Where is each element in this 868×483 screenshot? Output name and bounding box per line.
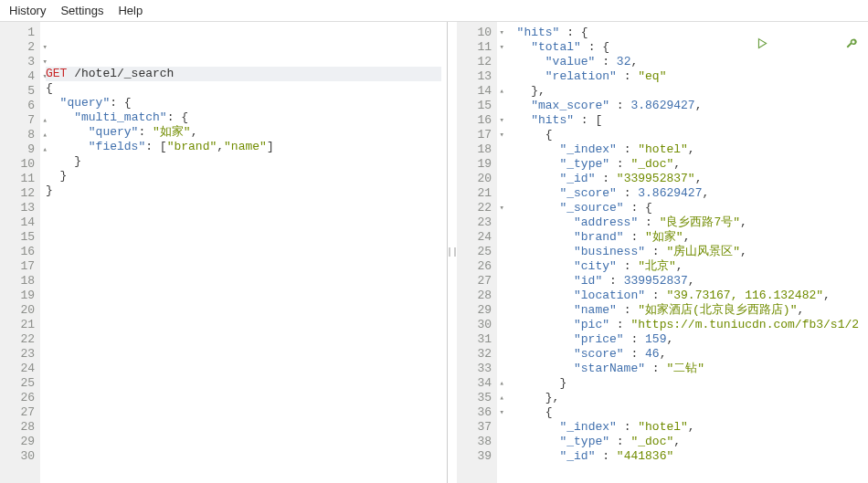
menu-history[interactable]: History <box>9 4 46 17</box>
line-number: 12 <box>0 186 35 201</box>
code-line[interactable]: "query": { <box>46 96 441 110</box>
line-number: 26 <box>457 259 492 274</box>
line-number: 13 <box>457 69 492 84</box>
code-line[interactable] <box>46 198 441 213</box>
request-editor[interactable]: 12▾3▾4▾567▴8▴9▴1011121314151617181920212… <box>0 22 448 483</box>
code-line[interactable] <box>46 388 441 403</box>
code-line[interactable]: { <box>503 128 863 142</box>
line-number: 34▴ <box>457 376 492 391</box>
line-number: 38 <box>457 435 492 449</box>
code-line[interactable] <box>46 300 441 315</box>
code-line[interactable]: "hits" : [ <box>503 113 863 128</box>
code-line[interactable]: "hits" : { <box>503 26 863 40</box>
line-number: 3▾ <box>0 55 35 69</box>
line-number: 15 <box>457 99 492 113</box>
line-number: 32 <box>457 347 492 362</box>
code-line[interactable]: "_id" : "441836" <box>503 449 863 464</box>
code-line[interactable]: "multi_match": { <box>46 110 441 125</box>
code-line[interactable] <box>46 242 441 257</box>
line-number: 22▾ <box>457 201 492 215</box>
code-line[interactable] <box>46 227 441 242</box>
line-number: 27 <box>457 274 492 289</box>
code-line[interactable] <box>46 373 441 388</box>
line-number: 36▾ <box>457 405 492 420</box>
line-number: 29 <box>457 303 492 318</box>
code-line[interactable]: "_type" : "_doc", <box>503 157 863 172</box>
line-number: 8▴ <box>0 128 35 142</box>
line-number: 31 <box>457 332 492 347</box>
code-line[interactable] <box>46 403 441 417</box>
code-line[interactable]: "address" : "良乡西路7号", <box>503 215 863 230</box>
code-line[interactable]: "brand" : "如家", <box>503 230 863 245</box>
line-number: 28 <box>0 420 35 435</box>
line-number: 18 <box>0 274 35 289</box>
code-line[interactable] <box>46 359 441 373</box>
code-line[interactable]: "_type" : "_doc", <box>503 435 863 449</box>
code-line[interactable] <box>46 330 441 344</box>
code-line[interactable]: "_source" : { <box>503 201 863 215</box>
code-line[interactable] <box>46 476 441 483</box>
code-line[interactable] <box>46 286 441 300</box>
code-line[interactable]: "query": "如家", <box>46 125 441 140</box>
code-line[interactable]: "relation" : "eq" <box>503 69 863 84</box>
code-line[interactable]: "price" : 159, <box>503 332 863 347</box>
code-line[interactable]: }, <box>503 391 863 405</box>
code-line[interactable]: "id" : 339952837, <box>503 274 863 289</box>
line-number: 25 <box>457 245 492 259</box>
line-number: 18 <box>457 142 492 157</box>
left-gutter: 12▾3▾4▾567▴8▴9▴1011121314151617181920212… <box>0 22 40 483</box>
code-line[interactable]: }, <box>503 84 863 99</box>
menu-help[interactable]: Help <box>118 4 143 17</box>
pane-divider[interactable]: || <box>448 22 457 483</box>
code-line[interactable]: } <box>46 169 441 184</box>
code-line[interactable] <box>46 315 441 330</box>
code-line[interactable]: "location" : "39.73167, 116.132482", <box>503 289 863 303</box>
code-line[interactable]: "starName" : "二钻" <box>503 362 863 376</box>
code-line[interactable]: "_score" : 3.8629427, <box>503 186 863 201</box>
code-line[interactable] <box>46 257 441 271</box>
code-line[interactable] <box>46 344 441 359</box>
line-number: 14 <box>0 215 35 230</box>
menu-bar: History Settings Help <box>0 0 868 22</box>
code-line[interactable]: "_id" : "339952837", <box>503 172 863 186</box>
line-number: 28 <box>457 289 492 303</box>
code-line[interactable]: { <box>46 81 441 96</box>
line-number: 21 <box>457 186 492 201</box>
code-line[interactable]: "total" : { <box>503 40 863 55</box>
code-line[interactable]: "business" : "房山风景区", <box>503 245 863 259</box>
code-line[interactable]: } <box>46 184 441 198</box>
code-line[interactable]: } <box>46 154 441 169</box>
code-line[interactable]: "max_score" : 3.8629427, <box>503 99 863 113</box>
fold-toggle-icon[interactable]: ▾ <box>37 40 48 55</box>
code-line[interactable]: "_index" : "hotel", <box>503 420 863 435</box>
code-line[interactable] <box>46 213 441 227</box>
code-line[interactable]: } <box>503 376 863 391</box>
line-number: 17▾ <box>457 128 492 142</box>
line-number: 26 <box>0 391 35 405</box>
code-line[interactable] <box>46 271 441 286</box>
line-number: 16▾ <box>457 113 492 128</box>
code-line[interactable]: "value" : 32, <box>503 55 863 69</box>
line-number: 10 <box>0 157 35 172</box>
menu-settings[interactable]: Settings <box>60 4 103 17</box>
right-code[interactable]: "hits" : { "total" : { "value" : 32, "re… <box>497 22 868 483</box>
left-code[interactable]: GET /hotel/_search{ "query": { "multi_ma… <box>40 22 447 483</box>
code-line[interactable]: "city" : "北京", <box>503 259 863 274</box>
code-line[interactable]: "pic" : "https://m.tuniucdn.com/fb3/s1/2 <box>503 318 863 332</box>
code-line[interactable]: "_index" : "hotel", <box>503 142 863 157</box>
code-line[interactable] <box>46 432 441 446</box>
code-line[interactable]: { <box>503 405 863 420</box>
line-number: 23 <box>0 347 35 362</box>
line-number: 35▴ <box>457 391 492 405</box>
code-line[interactable]: "name" : "如家酒店(北京良乡西路店)", <box>503 303 863 318</box>
code-line[interactable] <box>46 417 441 432</box>
line-number: 39 <box>457 449 492 464</box>
code-line[interactable]: GET /hotel/_search <box>46 67 441 81</box>
code-line[interactable] <box>46 461 441 476</box>
code-line[interactable] <box>46 446 441 461</box>
line-number: 11 <box>0 172 35 186</box>
code-line[interactable]: "score" : 46, <box>503 347 863 362</box>
code-line[interactable]: "fields": ["brand","name"] <box>46 140 441 154</box>
line-number: 16 <box>0 245 35 259</box>
response-viewer[interactable]: 10▾11▾121314▴1516▾17▾1819202122▾23242526… <box>457 22 868 483</box>
